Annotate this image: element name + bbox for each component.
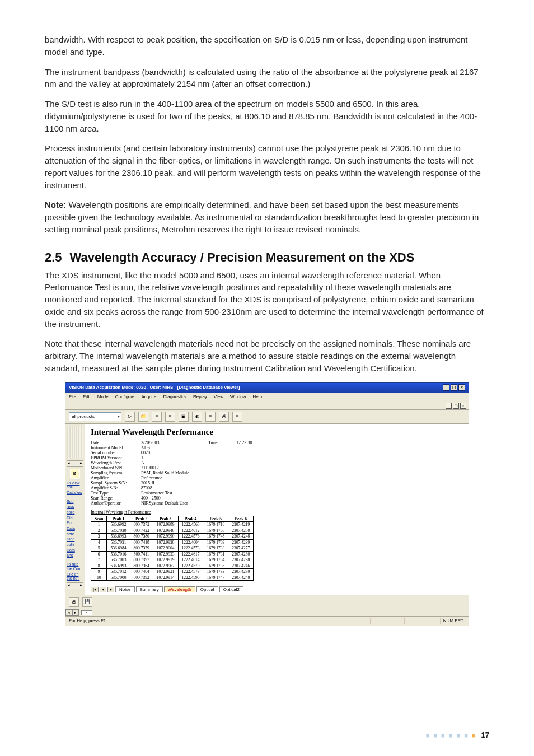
minimize-button[interactable]: _ xyxy=(443,384,449,391)
table-cell: 4 xyxy=(91,539,107,545)
print-button[interactable]: 🖨 xyxy=(219,412,229,422)
left-scrollbar-2[interactable]: ◂▸ xyxy=(67,582,83,589)
menu-help[interactable]: Help xyxy=(253,395,262,399)
tabs-first[interactable]: |◂ xyxy=(91,587,99,592)
link-b-2[interactable]: colle xyxy=(65,510,85,515)
link-b-1[interactable]: resc xyxy=(65,504,85,510)
link-b-5[interactable]: Data xyxy=(65,526,85,531)
table-cell: 1 xyxy=(91,522,107,528)
tool-button-6[interactable]: ≡ xyxy=(232,412,242,422)
table-header-row: Scan Peak 1 Peak 2 Peak 3 Peak 4 Peak 5 … xyxy=(91,516,254,522)
table-cell: 1679.1733 xyxy=(203,545,228,552)
link-a-0[interactable]: To view coll. xyxy=(65,480,85,490)
lower-scroll-left[interactable]: ◂ xyxy=(65,609,72,616)
close-button[interactable]: × xyxy=(458,384,465,391)
table-cell: 5 xyxy=(91,545,107,552)
table-cell: 800.7404 xyxy=(130,569,153,575)
link-c-1[interactable]: Clic on the not. xyxy=(65,572,85,581)
tool-button-1[interactable]: ≡ xyxy=(152,412,162,422)
link-c-0[interactable]: To rate the Con xyxy=(65,562,85,571)
col-peak6: Peak 6 xyxy=(228,516,254,522)
col-peak2: Peak 2 xyxy=(130,516,153,522)
tab-noise[interactable]: Noise xyxy=(115,586,134,592)
tabs-prev[interactable]: ◂ xyxy=(100,587,106,592)
table-cell: 1072.9933 xyxy=(153,551,178,557)
tool-button-4[interactable]: ◐ xyxy=(192,412,202,422)
link-b-0[interactable]: Subj xyxy=(65,499,85,505)
tab-optical2[interactable]: Optical2 xyxy=(219,586,243,592)
status-bar: For Help, press F1 NUM PRT xyxy=(65,616,469,626)
window-title: VISION Data Acquisition Mode: 0020 , Use… xyxy=(69,385,240,390)
table-cell: 536.6993 xyxy=(107,563,130,569)
table-cell: 1072.9938 xyxy=(153,539,178,545)
meta-ampsn-k: Amplifier S/N: xyxy=(91,486,141,491)
menu-configure[interactable]: Configure xyxy=(115,395,135,399)
table-cell: 2307.4238 xyxy=(228,557,254,563)
table-cell: 1222.4617 xyxy=(178,551,203,557)
col-scan: Scan xyxy=(91,516,107,522)
table-cell: 536.7000 xyxy=(107,575,130,581)
menu-view[interactable]: View xyxy=(214,395,223,399)
save-icon[interactable]: 💾 xyxy=(82,597,92,607)
tab-optical[interactable]: Optical xyxy=(196,586,218,592)
table-row: 8536.6993800.73641072.99671222.45701679.… xyxy=(91,563,254,569)
lower-scroll-right[interactable]: ▸ xyxy=(72,609,79,616)
link-b-7[interactable]: Diag xyxy=(65,536,85,542)
para-6: The XDS instrument, like the model 5000 … xyxy=(45,269,489,330)
heading-number: 2.5 xyxy=(45,250,62,265)
menu-edit[interactable]: Edit xyxy=(83,395,91,399)
table-cell: 536.7031 xyxy=(107,539,130,545)
tool-button-2[interactable]: ≡ xyxy=(165,412,175,422)
open-button[interactable]: 📁 xyxy=(138,412,148,422)
under-toolbar: 🖨 💾 xyxy=(65,595,469,609)
play-button[interactable]: ▷ xyxy=(125,412,135,422)
col-peak3: Peak 3 xyxy=(153,516,178,522)
meta-eprom-k: EPROM Version: xyxy=(91,456,141,460)
tabs-next[interactable]: ▸ xyxy=(107,587,114,592)
menu-window[interactable]: Window xyxy=(230,395,246,399)
meta-serial-k: Serial number: xyxy=(91,451,141,455)
mdi-close-button[interactable]: × xyxy=(460,403,466,409)
menu-mode[interactable]: Mode xyxy=(97,395,109,399)
mdi-maximize-button[interactable]: ▢ xyxy=(453,403,459,409)
link-b-8[interactable]: colle xyxy=(65,542,85,548)
meta-auth-k: Author/Operator: xyxy=(91,501,141,506)
status-cell-2 xyxy=(406,618,441,624)
table-body: 1536.6992800.73721072.99891222.45681679.… xyxy=(91,522,254,581)
products-combo[interactable]: all products xyxy=(69,412,121,421)
table-cell: 2307.4219 xyxy=(228,522,254,528)
table-row: 9536.7012800.74041072.99211222.45731679.… xyxy=(91,569,254,575)
link-b-3[interactable]: Diag xyxy=(65,515,85,521)
menu-acquire[interactable]: Acquire xyxy=(141,395,156,399)
table-cell: 2307.4258 xyxy=(228,528,254,534)
table-cell: 1222.4570 xyxy=(178,563,203,569)
link-b-9[interactable]: Data xyxy=(65,548,85,553)
table-cell: 1679.1733 xyxy=(203,569,228,575)
link-b-10[interactable]: anc xyxy=(65,553,85,558)
para-7: Note that these internal wavelength mate… xyxy=(45,338,489,374)
table-cell: 10 xyxy=(91,575,107,581)
meta-wrev-v: A xyxy=(141,461,281,465)
maximize-button[interactable]: ▢ xyxy=(451,384,457,391)
link-b-4[interactable]: For xyxy=(65,520,85,526)
meta-ssn-v: 3015-II xyxy=(141,481,281,486)
note-icon[interactable]: 🗎 xyxy=(70,469,80,479)
table-row: 1536.6992800.73721072.99891222.45681679.… xyxy=(91,522,254,528)
left-scrollbar[interactable]: ◂▸ xyxy=(67,460,83,467)
table-cell: 800.7422 xyxy=(130,528,153,534)
tab-summary[interactable]: Summary xyxy=(136,586,163,592)
link-a-1[interactable]: Dat.View xyxy=(65,490,85,496)
tab-wavelength[interactable]: Wavelength xyxy=(164,586,195,592)
mdi-minimize-button[interactable]: _ xyxy=(446,403,452,409)
table-caption: Internal Wavelength Performance xyxy=(91,510,463,515)
menu-diagnostics[interactable]: Diagnostics xyxy=(163,395,186,399)
tool-button-3[interactable]: ▣ xyxy=(179,412,189,422)
menu-file[interactable]: File xyxy=(69,395,76,399)
meta-eprom-v: 1 xyxy=(141,456,281,460)
menu-replay[interactable]: Replay xyxy=(193,395,207,399)
link-b-6[interactable]: acre xyxy=(65,531,85,537)
print-icon[interactable]: 🖨 xyxy=(69,597,79,607)
tool-button-5[interactable]: ≡ xyxy=(205,412,216,422)
lower-tab[interactable]: \ xyxy=(81,610,92,615)
table-cell: 536.7038 xyxy=(107,528,130,534)
